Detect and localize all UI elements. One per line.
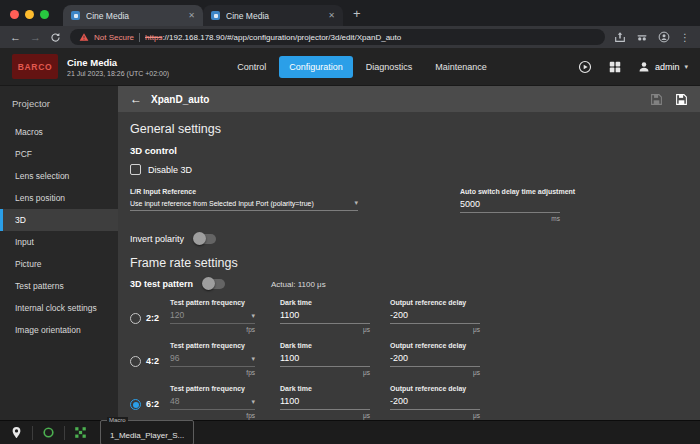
- output-reference-delay-field: Output reference delay μs: [390, 342, 480, 376]
- dark-time-input[interactable]: [280, 396, 370, 410]
- radio-4-2[interactable]: [130, 356, 141, 367]
- tab-close-icon[interactable]: ✕: [328, 11, 335, 20]
- delay-input[interactable]: [390, 310, 480, 324]
- delay-label: Output reference delay: [390, 299, 480, 306]
- disable-3d-checkbox[interactable]: [130, 164, 141, 175]
- browser-tab-inactive[interactable]: Cine Media ✕: [203, 5, 343, 26]
- test-pattern-frequency-field: Test pattern frequency 96 ▾ fps: [170, 342, 255, 376]
- auto-switch-delay-unit: ms: [460, 215, 560, 222]
- frequency-unit: fps: [170, 326, 255, 333]
- dark-time-field: Dark time μs: [280, 342, 370, 376]
- browser-reload-button[interactable]: [50, 32, 61, 43]
- auto-switch-delay-label: Auto switch delay time adjustment: [460, 188, 560, 195]
- invert-polarity-toggle[interactable]: [194, 234, 216, 244]
- nav-control[interactable]: Control: [227, 56, 276, 78]
- macro-box-label: Macro: [107, 417, 128, 423]
- frequency-value: 96: [170, 353, 179, 363]
- test-pattern-status-icon[interactable]: [74, 426, 87, 439]
- save-icon[interactable]: [650, 93, 663, 106]
- sidebar-item-internal-clock-settings[interactable]: Internal clock settings: [0, 297, 118, 319]
- main-nav: Control Configuration Diagnostics Mainte…: [227, 56, 497, 78]
- location-pin-icon[interactable]: [10, 426, 23, 439]
- sidebar-title: Projector: [0, 92, 118, 121]
- browser-tab-active[interactable]: Cine Media ✕: [63, 5, 203, 26]
- light-status-icon[interactable]: [42, 426, 55, 439]
- browser-back-button[interactable]: ←: [10, 32, 21, 43]
- sidebar-item-image-orientation[interactable]: Image orientation: [0, 319, 118, 341]
- dark-time-input[interactable]: [280, 353, 370, 367]
- sidebar-item-lens-selection[interactable]: Lens selection: [0, 165, 118, 187]
- disable-3d-label: Disable 3D: [148, 165, 192, 175]
- auto-switch-delay-input[interactable]: [460, 199, 560, 213]
- divider: [64, 426, 65, 440]
- address-bar[interactable]: Not Secure https://192.168.178.90/#/app/…: [70, 29, 605, 45]
- back-arrow-icon[interactable]: ←: [130, 92, 142, 106]
- chevron-down-icon: ▾: [354, 199, 358, 207]
- delay-input[interactable]: [390, 396, 480, 410]
- sidebar: Projector Macros PCF Lens selection Lens…: [0, 86, 118, 420]
- lr-input-reference-select[interactable]: Use input reference from Selected Input …: [130, 199, 358, 211]
- minimize-window-button[interactable]: [25, 10, 34, 19]
- active-macro-box[interactable]: Macro 1_Media_Player_S...: [100, 420, 194, 444]
- dark-time-field: Dark time μs: [280, 385, 370, 419]
- sidebar-item-macros[interactable]: Macros: [0, 121, 118, 143]
- tab-close-icon[interactable]: ✕: [188, 11, 195, 20]
- sidebar-item-lens-position[interactable]: Lens position: [0, 187, 118, 209]
- frequency-value: 120: [170, 310, 184, 320]
- sidebar-item-test-patterns[interactable]: Test patterns: [0, 275, 118, 297]
- 3d-control-heading: 3D control: [130, 145, 688, 156]
- invert-polarity-row: Invert polarity: [130, 234, 688, 244]
- nav-configuration[interactable]: Configuration: [279, 56, 353, 78]
- user-menu[interactable]: admin ▾: [638, 61, 688, 73]
- browser-action-icons: ⋮: [614, 31, 690, 43]
- dark-time-input[interactable]: [280, 310, 370, 324]
- invert-polarity-label: Invert polarity: [130, 234, 184, 244]
- status-bar: Macro 1_Media_Player_S...: [0, 420, 700, 444]
- browser-menu-icon[interactable]: ⋮: [680, 32, 690, 43]
- frequency-select[interactable]: 120 ▾: [170, 310, 255, 324]
- browser-toolbar: ← → Not Secure https://192.168.178.90/#/…: [0, 26, 700, 48]
- dark-time-unit: μs: [280, 412, 370, 419]
- lr-input-reference-label: L/R Input Reference: [130, 188, 358, 195]
- delay-input[interactable]: [390, 353, 480, 367]
- ratio-label: 6:2: [146, 399, 162, 409]
- chevron-down-icon: ▾: [251, 312, 255, 320]
- new-tab-button[interactable]: +: [353, 6, 361, 21]
- ratio-label: 2:2: [146, 313, 162, 323]
- not-secure-warning-icon: [79, 32, 89, 42]
- page-bar: ← XpanD_auto: [118, 86, 700, 112]
- app-header: BARCO Cine Media 21 Jul 2023, 18:26 (UTC…: [0, 48, 700, 86]
- actual-dark-time-label: Actual: 1100 μs: [271, 280, 326, 289]
- nav-diagnostics[interactable]: Diagnostics: [356, 56, 423, 78]
- dark-time-label: Dark time: [280, 342, 370, 349]
- browser-forward-button[interactable]: →: [30, 32, 41, 43]
- radio-2-2[interactable]: [130, 313, 141, 324]
- frequency-select[interactable]: 96 ▾: [170, 353, 255, 367]
- close-window-button[interactable]: [10, 10, 19, 19]
- tab-title: Cine Media: [86, 11, 182, 21]
- play-circle-icon[interactable]: [578, 60, 592, 74]
- sidebar-item-picture[interactable]: Picture: [0, 253, 118, 275]
- frequency-label: Test pattern frequency: [170, 299, 255, 306]
- browser-profile-icon[interactable]: [658, 31, 670, 43]
- chevron-down-icon: ▾: [251, 355, 255, 363]
- dark-time-unit: μs: [280, 369, 370, 376]
- 3d-test-pattern-toggle[interactable]: [203, 279, 225, 289]
- frequency-unit: fps: [170, 412, 255, 419]
- sidebar-item-pcf[interactable]: PCF: [0, 143, 118, 165]
- auto-switch-delay-field: Auto switch delay time adjustment ms: [460, 188, 560, 222]
- save-as-icon[interactable]: [675, 93, 688, 106]
- zoom-window-button[interactable]: [40, 10, 49, 19]
- delay-unit: μs: [390, 369, 480, 376]
- sidebar-item-input[interactable]: Input: [0, 231, 118, 253]
- frequency-select[interactable]: 48 ▾: [170, 396, 255, 410]
- output-reference-delay-field: Output reference delay μs: [390, 299, 480, 333]
- sidebar-item-3d[interactable]: 3D: [0, 209, 118, 231]
- radio-6-2[interactable]: [130, 399, 141, 410]
- share-icon[interactable]: [614, 31, 626, 43]
- ratio-label: 4:2: [146, 356, 162, 366]
- apps-grid-icon[interactable]: [608, 60, 622, 74]
- incognito-icon[interactable]: [636, 31, 648, 43]
- user-icon: [638, 61, 650, 73]
- nav-maintenance[interactable]: Maintenance: [425, 56, 497, 78]
